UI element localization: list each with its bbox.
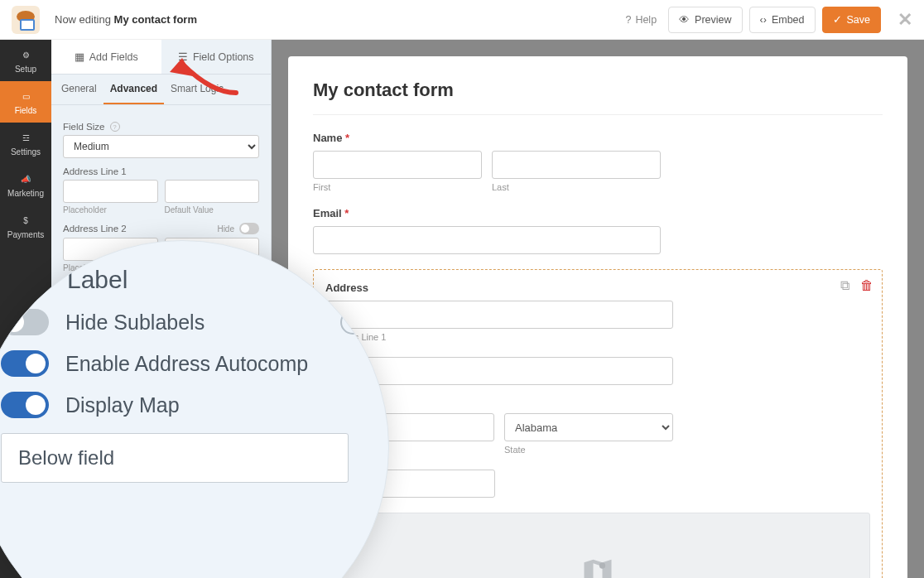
preview-button[interactable]: 👁Preview <box>668 7 742 33</box>
megaphone-icon: 📣 <box>18 171 33 186</box>
addr2-label-row: Address Line 2Hide <box>63 223 259 234</box>
subtab-advanced[interactable]: Advanced <box>103 75 164 104</box>
help-icon[interactable]: ? <box>110 122 120 132</box>
subtab-smart-logic[interactable]: Smart Logic <box>164 75 230 104</box>
map-icon <box>580 556 616 578</box>
placeholder-sublabel: Placeholder <box>63 205 158 214</box>
last-sublabel: Last <box>492 182 661 192</box>
autocomplete-label: Enable Address Autocomp <box>65 352 308 376</box>
first-name-input[interactable] <box>313 151 482 179</box>
address-label: Address <box>325 282 870 294</box>
addr2-hide-toggle[interactable] <box>239 223 259 234</box>
check-icon: ✓ <box>833 13 842 26</box>
gear-icon: ⚙ <box>18 47 33 62</box>
address-line1-input[interactable] <box>325 301 673 329</box>
email-input[interactable] <box>313 226 661 254</box>
save-button[interactable]: ✓Save <box>822 7 882 33</box>
nav-settings[interactable]: ☲Settings <box>0 123 51 164</box>
embed-button[interactable]: ‹›Embed <box>749 7 816 33</box>
display-map-toggle[interactable] <box>1 392 49 418</box>
nav-payments[interactable]: $Payments <box>0 205 51 247</box>
map-placeholder <box>325 513 870 578</box>
state-select[interactable]: Alabama <box>504 413 673 441</box>
wpforms-logo <box>12 6 40 34</box>
tab-field-options[interactable]: ☰Field Options <box>161 40 272 74</box>
now-editing-label: Now editing My contact form <box>55 13 197 26</box>
email-label: Email * <box>313 207 883 219</box>
delete-icon[interactable]: 🗑 <box>860 278 873 291</box>
fields-icon: ▭ <box>18 89 33 104</box>
topbar-actions: ?Help 👁Preview ‹›Embed ✓Save ✕ <box>625 7 912 33</box>
hide-sublabels-label: Hide Sublabels <box>65 311 205 335</box>
first-sublabel: First <box>313 182 482 192</box>
addr1-placeholder-input[interactable] <box>63 180 158 203</box>
top-bar: Now editing My contact form ?Help 👁Previ… <box>0 0 924 40</box>
duplicate-icon[interactable]: ⧉ <box>840 278 854 291</box>
autocomplete-toggle[interactable] <box>1 350 49 377</box>
close-icon[interactable]: ✕ <box>898 9 912 31</box>
embed-icon: ‹› <box>760 14 767 26</box>
name-label: Name * <box>313 132 883 144</box>
options-icon: ☰ <box>178 51 188 63</box>
help-icon: ? <box>625 14 631 26</box>
eye-icon: 👁 <box>679 14 690 26</box>
field-size-label: Field Size? <box>63 122 259 132</box>
subtab-general[interactable]: General <box>55 75 103 104</box>
display-map-label: Display Map <box>65 393 180 417</box>
addr1-default-input[interactable] <box>165 180 260 203</box>
nav-marketing[interactable]: 📣Marketing <box>0 164 51 205</box>
field-size-select[interactable]: Medium <box>63 135 259 158</box>
addr1-label: Address Line 1 <box>63 166 259 176</box>
nav-fields[interactable]: ▭Fields <box>0 81 51 123</box>
tab-add-fields[interactable]: ▦Add Fields <box>51 40 161 74</box>
last-name-input[interactable] <box>492 151 661 179</box>
svg-point-0 <box>599 562 605 568</box>
help-link[interactable]: ?Help <box>625 14 657 26</box>
dollar-icon: $ <box>18 213 33 228</box>
default-sublabel: Default Value <box>165 205 260 214</box>
address-field-block[interactable]: ⧉ 🗑 Address Address Line 1 2 AlabamaStat… <box>313 269 883 578</box>
grid-icon: ▦ <box>75 51 84 63</box>
sliders-icon: ☲ <box>18 130 33 145</box>
nav-setup[interactable]: ⚙Setup <box>0 40 51 81</box>
form-title: My contact form <box>313 79 883 115</box>
map-position-select[interactable]: Below field <box>1 433 349 483</box>
